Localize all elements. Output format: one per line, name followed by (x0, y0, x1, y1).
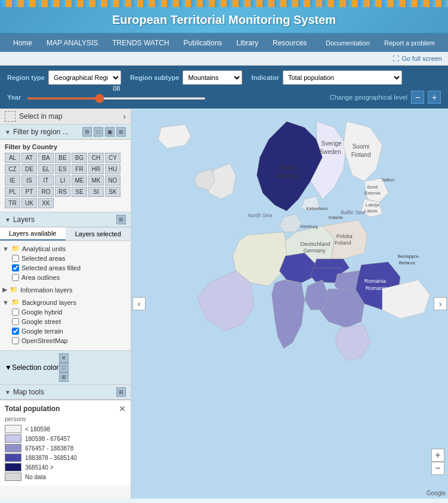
country-AL[interactable]: AL (5, 153, 20, 163)
country-BA[interactable]: BA (38, 153, 54, 163)
sel-color-icon-2[interactable]: □ (59, 363, 69, 372)
layer-google-street-cb[interactable] (12, 318, 19, 325)
layer-google-terrain-label: Google terrain (21, 328, 63, 335)
country-BE[interactable]: BE (55, 153, 70, 163)
layers-header[interactable]: ▼ Layers ⊞ (0, 212, 131, 227)
layer-area-outlines-cb[interactable] (12, 274, 19, 281)
country-ME[interactable]: ME (72, 175, 87, 186)
layer-area-outlines: Area outlines (2, 273, 128, 282)
map-tools-icon[interactable]: ⊞ (116, 387, 126, 397)
country-CH[interactable]: CH (88, 153, 104, 163)
layer-openstreetmap-cb[interactable] (12, 337, 19, 344)
country-UK[interactable]: UK (21, 198, 37, 208)
country-ES[interactable]: ES (55, 164, 70, 174)
tab-layers-available[interactable]: Layers available (0, 227, 66, 240)
nav-publications[interactable]: Publications (177, 34, 230, 52)
nav-documentation[interactable]: Documentation (319, 34, 377, 52)
layer-google-hybrid-cb[interactable] (12, 308, 19, 316)
indicator-label: Indicator (251, 74, 279, 81)
country-FR[interactable]: FR (72, 164, 87, 174)
region-type-label-wrap: Region type (7, 74, 45, 81)
country-RS[interactable]: RS (55, 187, 70, 197)
map-pan-left[interactable]: ‹ (132, 297, 146, 310)
country-IE[interactable]: IE (5, 175, 20, 186)
map-area[interactable]: Norge Norway Sverige Sweden Suomi Finlan… (131, 109, 448, 499)
background-layers-label: Background layers (22, 299, 76, 306)
country-BG[interactable]: BG (72, 153, 87, 163)
layers-icon[interactable]: ⊞ (116, 215, 126, 224)
nav-trends-watch[interactable]: TRENDS WATCH (105, 34, 176, 52)
country-HR[interactable]: HR (88, 164, 104, 174)
geo-level-plus[interactable]: + (428, 91, 441, 104)
region-type-select[interactable]: Geographical Regi (48, 70, 121, 85)
map-tools-header[interactable]: ▼ Map tools ⊞ (0, 385, 131, 400)
filter-icon-2[interactable]: □ (94, 127, 103, 137)
country-LI[interactable]: LI (55, 175, 70, 186)
nav-library[interactable]: Library (229, 34, 265, 52)
country-CZ[interactable]: CZ (5, 164, 20, 174)
info-layers-expand: ▶ (2, 286, 7, 294)
layers-tabs: Layers available Layers selected (0, 227, 131, 241)
layer-selected-areas-cb[interactable] (12, 255, 19, 262)
svg-text:Polska: Polska (336, 233, 353, 239)
country-PL[interactable]: PL (5, 187, 20, 197)
nav-report-problem[interactable]: Report a problem (377, 34, 442, 52)
country-HU[interactable]: HU (105, 164, 121, 174)
nav-map-analysis[interactable]: MAP ANALYSIS (39, 34, 105, 52)
legend-close-button[interactable]: ✕ (119, 404, 126, 413)
country-TR[interactable]: TR (5, 198, 20, 208)
country-AT[interactable]: AT (21, 153, 37, 163)
layers-section: ▼ Layers ⊞ Layers available Layers selec… (0, 212, 131, 350)
zoom-out-button[interactable]: − (431, 462, 444, 475)
filter-region-icons: ⚙ □ ▣ ⊞ (82, 127, 126, 137)
background-layers-header[interactable]: ▼ 📁 Background layers (2, 297, 128, 307)
country-SK[interactable]: SK (105, 187, 121, 197)
country-RO[interactable]: RO (38, 187, 54, 197)
geo-level-minus[interactable]: − (411, 91, 424, 104)
indicator-select[interactable]: Total population (283, 70, 402, 85)
filter-icon-1[interactable]: ⚙ (82, 127, 92, 137)
fullscreen-button[interactable]: ⛶ Go full screen (393, 55, 442, 62)
country-DE[interactable]: DE (21, 164, 37, 174)
year-slider-container: 08 (27, 93, 206, 101)
layer-google-street: Google street (2, 317, 128, 326)
main-nav: Home MAP ANALYSIS TRENDS WATCH Publicati… (0, 34, 448, 52)
svg-text:Baltic Sea: Baltic Sea (341, 209, 365, 215)
map-pan-right[interactable]: › (434, 297, 447, 310)
country-SE[interactable]: SE (72, 187, 87, 197)
region-subtype-select[interactable]: Mountains (183, 70, 242, 85)
country-SI[interactable]: SI (88, 187, 104, 197)
filter-region-header[interactable]: ▼ Filter by region ... ⚙ □ ▣ ⊞ (0, 125, 131, 140)
tab-layers-selected[interactable]: Layers selected (66, 227, 131, 240)
country-IT[interactable]: IT (38, 175, 54, 186)
year-slider[interactable] (27, 97, 206, 100)
select-in-map-collapse[interactable]: › (123, 112, 126, 121)
svg-text:Sweden: Sweden (320, 149, 341, 155)
sel-color-icon-3[interactable]: ⊞ (59, 372, 69, 382)
information-layers-label: Information layers (20, 286, 72, 294)
layer-selected-areas-filled-label: Selected areas filled (21, 264, 81, 271)
country-PT[interactable]: PT (21, 187, 37, 197)
information-layers-header[interactable]: ▶ 📁 Information layers (2, 285, 128, 295)
filter-icon-4[interactable]: ⊞ (116, 127, 126, 137)
sel-color-icon-1[interactable]: ✕ (59, 353, 69, 363)
analytical-units-header[interactable]: ▼ 📁 Analytical units (2, 243, 128, 254)
legend-label-5: No data (25, 474, 46, 480)
layer-google-terrain-cb[interactable] (12, 328, 19, 335)
country-XK[interactable]: XK (38, 198, 54, 208)
nav-home[interactable]: Home (6, 34, 39, 52)
layer-selected-areas-filled-cb[interactable] (12, 264, 19, 271)
nav-resources[interactable]: Resources (265, 34, 314, 52)
country-CY[interactable]: CY (105, 153, 121, 163)
country-EL[interactable]: EL (38, 164, 54, 174)
info-layers-folder-icon: 📁 (10, 286, 18, 294)
country-MK[interactable]: MK (88, 175, 104, 186)
selection-color-header[interactable]: ▼ Selection color ✕ □ ⊞ (0, 351, 131, 384)
country-IS[interactable]: IS (21, 175, 37, 186)
zoom-in-button[interactable]: + (431, 449, 444, 462)
filter-icon-3[interactable]: ▣ (105, 127, 115, 137)
layer-area-outlines-label: Area outlines (21, 274, 60, 281)
select-in-map-checkbox[interactable] (5, 111, 16, 122)
country-NO[interactable]: NO (105, 175, 121, 186)
legend-color-4 (5, 463, 21, 471)
